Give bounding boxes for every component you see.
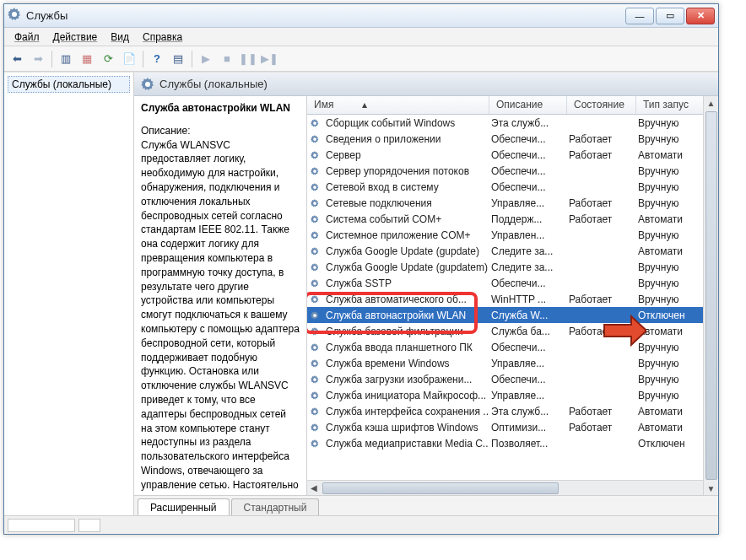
- cell-desc: WinHTTP ...: [488, 293, 565, 305]
- service-row[interactable]: Служба ввода планшетного ПКОбеспечи...Вр…: [307, 339, 718, 355]
- menubar: Файл Действие Вид Справка: [4, 28, 718, 46]
- header-desc[interactable]: Описание: [489, 96, 567, 114]
- service-row[interactable]: Сетевые подключенияУправляе...РаботаетВр…: [307, 195, 718, 211]
- service-row[interactable]: Служба автоматического об...WinHTTP ...Р…: [307, 291, 718, 307]
- cell-name: Служба медиаприставки Media C...: [322, 438, 488, 450]
- svg-point-2: [313, 121, 316, 125]
- cell-desc: Управляе...: [488, 197, 565, 209]
- tab-extended[interactable]: Расширенный: [138, 498, 230, 515]
- header-state[interactable]: Состояние: [567, 96, 636, 114]
- cell-desc: Обеспечи...: [488, 133, 565, 145]
- svg-point-11: [313, 266, 316, 269]
- header-name[interactable]: Имя ▴: [307, 96, 489, 114]
- cell-name: Сервер: [322, 149, 488, 161]
- svg-point-14: [313, 314, 316, 317]
- service-row[interactable]: Служба SSTPОбеспечи...Вручную: [307, 275, 718, 291]
- gear-icon: [307, 197, 322, 210]
- cell-desc: Обеспечи...: [488, 149, 565, 161]
- cell-name: Служба времени Windows: [322, 358, 488, 369]
- cell-name: Система событий COM+: [322, 213, 488, 225]
- show-hide-button[interactable]: ▥: [57, 50, 75, 68]
- service-row[interactable]: Сведения о приложенииОбеспечи...Работает…: [307, 131, 718, 147]
- back-button[interactable]: ⬅: [8, 50, 26, 68]
- svg-point-13: [313, 298, 316, 301]
- menu-help[interactable]: Справка: [136, 30, 189, 45]
- gear-icon: [307, 132, 322, 146]
- cell-desc: Оптимизи...: [488, 422, 565, 433]
- scroll-up-button[interactable]: ▲: [705, 96, 718, 110]
- refresh-button[interactable]: ⟳: [99, 50, 117, 68]
- tab-standard[interactable]: Стандартный: [231, 498, 320, 515]
- gear-icon: [307, 229, 322, 242]
- cell-desc: Следите за...: [488, 261, 565, 273]
- scroll-down-button[interactable]: ▼: [705, 482, 718, 495]
- start-service-button[interactable]: ▶: [197, 50, 215, 68]
- cell-name: Служба SSTP: [322, 277, 488, 289]
- titlebar[interactable]: Службы — ▭ ✕: [4, 4, 718, 28]
- gear-icon: [307, 373, 322, 386]
- cell-desc: Управлен...: [488, 229, 565, 241]
- svg-point-3: [313, 137, 316, 141]
- gear-icon: [307, 213, 322, 226]
- gear-icon: [141, 78, 154, 91]
- pause-service-button[interactable]: ❚❚: [239, 50, 257, 68]
- menu-view[interactable]: Вид: [104, 30, 136, 45]
- cell-name: Служба автонастройки WLAN: [322, 310, 488, 321]
- cell-name: Служба Google Update (gupdatem): [322, 261, 488, 273]
- service-row[interactable]: Служба кэша шрифтов WindowsОптимизи...Ра…: [307, 419, 718, 435]
- svg-point-0: [12, 12, 17, 17]
- cell-desc: Служба ба...: [488, 326, 565, 337]
- service-row[interactable]: Служба времени WindowsУправляе...Вручную: [307, 355, 718, 371]
- app-icon: [8, 8, 21, 24]
- tree-root-item[interactable]: Службы (локальные): [8, 76, 130, 93]
- cell-state: Работает: [565, 406, 635, 417]
- service-row[interactable]: Служба Google Update (gupdatem)Следите з…: [307, 259, 718, 275]
- svg-point-15: [313, 330, 316, 333]
- gear-icon: [307, 261, 322, 274]
- close-button[interactable]: ✕: [686, 8, 715, 24]
- cell-name: Служба автоматического об...: [322, 293, 488, 305]
- service-row[interactable]: Служба автонастройки WLANСлужба W...Откл…: [307, 307, 718, 323]
- statusbar: [4, 515, 718, 534]
- cell-desc: Управляе...: [488, 390, 565, 401]
- service-row[interactable]: Сетевой вход в системуОбеспечи...Вручную: [307, 179, 718, 195]
- service-row[interactable]: Сборщик событий WindowsЭта служб...Вручн…: [307, 115, 718, 131]
- svg-point-20: [313, 410, 316, 413]
- vertical-scrollbar[interactable]: ▲ ▼: [703, 96, 718, 495]
- tree-pane[interactable]: Службы (локальные): [4, 73, 134, 515]
- cell-desc: Эта служб...: [488, 117, 565, 129]
- horizontal-scrollbar[interactable]: ◀ ▶: [307, 480, 718, 495]
- list-rows[interactable]: Сборщик событий WindowsЭта служб...Вручн…: [307, 115, 718, 480]
- service-row[interactable]: Служба загрузки изображени...Обеспечи...…: [307, 371, 718, 387]
- service-row[interactable]: Система событий COM+Поддерж...РаботаетАв…: [307, 211, 718, 227]
- service-row[interactable]: Служба инициатора Майкрософ...Управляе..…: [307, 387, 718, 403]
- export-button[interactable]: 📄: [120, 50, 138, 68]
- svg-point-6: [313, 186, 316, 189]
- menu-action[interactable]: Действие: [46, 30, 105, 45]
- column-button[interactable]: ▤: [169, 50, 187, 68]
- gear-icon: [307, 405, 322, 418]
- service-row[interactable]: Служба интерфейса сохранения ...Эта служ…: [307, 403, 718, 419]
- properties-button[interactable]: ▦: [78, 50, 96, 68]
- service-row[interactable]: Сервер упорядочения потоковОбеспечи...Вр…: [307, 163, 718, 179]
- window-buttons: — ▭ ✕: [624, 8, 715, 24]
- service-row[interactable]: Служба медиаприставки Media C...Позволяе…: [307, 435, 718, 451]
- cell-desc: Управляе...: [488, 358, 565, 369]
- restart-service-button[interactable]: ▶❚: [260, 50, 278, 68]
- service-row[interactable]: Служба Google Update (gupdate)Следите за…: [307, 243, 718, 259]
- help-button[interactable]: ?: [148, 50, 166, 68]
- scroll-thumb[interactable]: [705, 111, 717, 480]
- cell-state: Работает: [565, 326, 635, 337]
- service-row[interactable]: Служба базовой фильтрацииСлужба ба...Раб…: [307, 323, 718, 339]
- maximize-button[interactable]: ▭: [656, 8, 684, 24]
- scroll-thumb-h[interactable]: [322, 482, 559, 494]
- service-row[interactable]: СерверОбеспечи...РаботаетАвтомати: [307, 147, 718, 163]
- stop-service-button[interactable]: ■: [218, 50, 236, 68]
- menu-file[interactable]: Файл: [8, 30, 46, 45]
- toolbar: ⬅ ➡ ▥ ▦ ⟳ 📄 ? ▤ ▶ ■ ❚❚ ▶❚: [4, 46, 718, 72]
- service-row[interactable]: Системное приложение COM+Управлен...Вруч…: [307, 227, 718, 243]
- scroll-left-button[interactable]: ◀: [307, 482, 321, 495]
- forward-button[interactable]: ➡: [29, 50, 47, 68]
- client-area: Службы (локальные) Службы (локальные) Сл…: [4, 72, 718, 515]
- minimize-button[interactable]: —: [625, 8, 654, 24]
